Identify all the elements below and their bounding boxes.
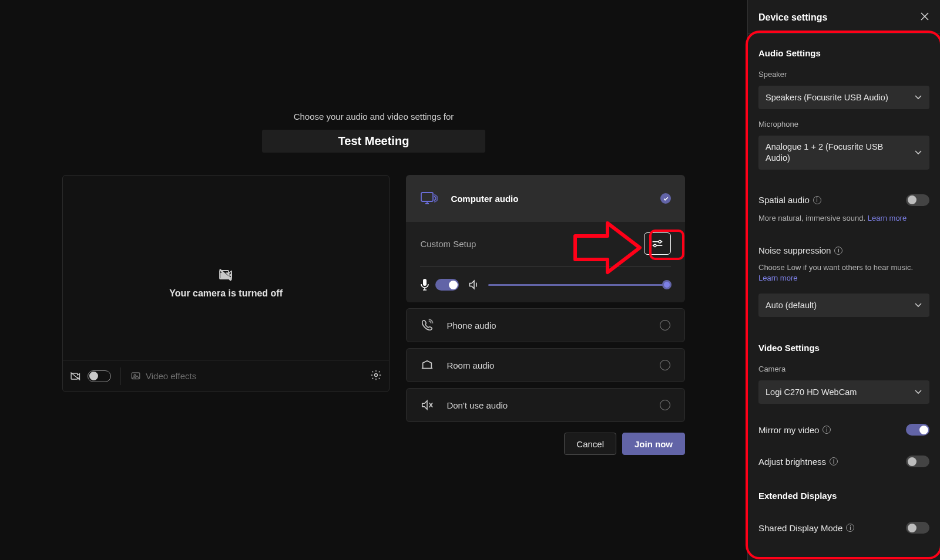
panel-header: Device settings: [748, 0, 940, 34]
learn-more-link[interactable]: Learn more: [758, 274, 797, 282]
meeting-title: Test Meeting: [262, 134, 485, 148]
radio-unselected: [660, 320, 670, 330]
shared-display-label: Shared Display Mode: [758, 523, 842, 533]
computer-audio-option[interactable]: Computer audio: [406, 175, 685, 222]
learn-more-link[interactable]: Learn more: [868, 214, 907, 222]
gear-icon: [370, 369, 382, 381]
svg-rect-3: [421, 193, 433, 201]
noise-suppression-select[interactable]: Auto (default): [758, 294, 929, 317]
dont-use-audio-option[interactable]: Don't use audio: [406, 388, 685, 422]
shared-display-toggle[interactable]: [906, 522, 929, 534]
dont-use-audio-label: Don't use audio: [446, 400, 647, 410]
cancel-label: Cancel: [576, 439, 604, 449]
computer-audio-card: Computer audio Custom Setup: [406, 175, 685, 302]
chevron-down-icon: [914, 302, 922, 308]
device-settings-panel: Device settings Audio Settings Speaker S…: [747, 0, 940, 560]
info-icon[interactable]: i: [830, 457, 838, 465]
camera-preview: Your camera is turned off Video eff: [62, 175, 390, 392]
speaker-icon: [468, 279, 480, 290]
room-icon: [421, 359, 434, 371]
join-label: Join now: [634, 439, 673, 449]
spatial-audio-toggle[interactable]: [906, 194, 929, 206]
custom-setup-block: Custom Setup: [406, 222, 685, 302]
custom-setup-label: Custom Setup: [420, 239, 476, 249]
phone-icon: [421, 319, 434, 332]
open-device-settings-button[interactable]: [644, 232, 671, 255]
radio-unselected: [660, 400, 670, 410]
camera-select[interactable]: Logi C270 HD WebCam: [758, 380, 929, 404]
spatial-audio-label: Spatial audio: [758, 195, 810, 205]
microphone-icon: [420, 279, 429, 291]
panel-title: Device settings: [758, 12, 827, 23]
camera-settings-button[interactable]: [370, 369, 382, 383]
speaker-select[interactable]: Speakers (Focusrite USB Audio): [758, 86, 929, 109]
radio-unselected: [660, 360, 670, 370]
prompt-text: Choose your audio and video settings for: [0, 112, 747, 122]
adjust-brightness-toggle[interactable]: [906, 456, 929, 467]
join-now-button[interactable]: Join now: [622, 433, 685, 455]
camera-toggle[interactable]: [88, 370, 111, 382]
cancel-button[interactable]: Cancel: [564, 433, 616, 455]
pre-join-screen: Choose your audio and video settings for…: [0, 0, 747, 560]
computer-audio-label: Computer audio: [451, 194, 647, 204]
video-settings-heading: Video Settings: [758, 343, 929, 353]
camera-field-label: Camera: [758, 365, 929, 373]
svg-point-4: [659, 241, 661, 243]
spatial-hint: More natural, immersive sound. Learn mor…: [758, 213, 929, 224]
info-icon[interactable]: i: [846, 524, 854, 532]
mic-toggle[interactable]: [435, 279, 459, 291]
svg-point-5: [654, 244, 656, 247]
video-effects-label: Video effects: [146, 371, 196, 381]
noise-value: Auto (default): [766, 301, 817, 310]
chevron-down-icon: [914, 389, 922, 395]
camera-off-message: Your camera is turned off: [169, 288, 283, 299]
mirror-video-toggle[interactable]: [906, 424, 929, 436]
info-icon[interactable]: i: [834, 247, 842, 255]
room-audio-label: Room audio: [446, 360, 647, 370]
chevron-down-icon: [914, 95, 922, 100]
meeting-title-field[interactable]: Test Meeting: [262, 130, 485, 153]
panel-body: Audio Settings Speaker Speakers (Focusri…: [748, 34, 940, 551]
svg-point-1: [134, 375, 136, 376]
close-icon: [920, 12, 929, 21]
microphone-select[interactable]: Analogue 1 + 2 (Focusrite USB Audio): [758, 136, 929, 170]
phone-audio-label: Phone audio: [446, 321, 647, 330]
sliders-icon: [652, 239, 663, 248]
mirror-video-label: Mirror my video: [758, 425, 819, 435]
noise-hint: Choose Low if you want others to hear mu…: [758, 262, 929, 283]
camera-off-icon: [218, 268, 234, 281]
close-panel-button[interactable]: [920, 12, 929, 23]
audio-options-column: Computer audio Custom Setup: [406, 175, 685, 455]
svg-rect-6: [423, 279, 427, 286]
room-audio-option[interactable]: Room audio: [406, 348, 685, 382]
extended-displays-heading: Extended Displays: [758, 491, 929, 501]
desktop-audio-icon: [420, 191, 438, 206]
speaker-field-label: Speaker: [758, 70, 929, 79]
speaker-value: Speakers (Focusrite USB Audio): [766, 93, 888, 102]
speaker-off-icon: [421, 399, 434, 411]
microphone-field-label: Microphone: [758, 120, 929, 129]
audio-settings-heading: Audio Settings: [758, 48, 929, 58]
info-icon[interactable]: i: [813, 196, 821, 204]
camera-value: Logi C270 HD WebCam: [766, 387, 857, 397]
camera-off-small-icon: [70, 372, 82, 381]
info-icon[interactable]: i: [822, 426, 831, 434]
noise-suppression-label: Noise suppression: [758, 245, 831, 255]
phone-audio-option[interactable]: Phone audio: [406, 308, 685, 342]
camera-bottom-bar: Video effects: [63, 360, 389, 392]
slider-thumb[interactable]: [662, 280, 672, 289]
svg-point-2: [375, 374, 378, 377]
video-effects-button[interactable]: Video effects: [130, 371, 196, 382]
microphone-value: Analogue 1 + 2 (Focusrite USB Audio): [766, 141, 908, 164]
backgrounds-icon: [130, 371, 141, 382]
adjust-brightness-label: Adjust brightness: [758, 457, 826, 467]
speaker-volume-slider[interactable]: [488, 284, 671, 286]
selected-check-icon: [660, 193, 671, 204]
chevron-down-icon: [914, 150, 922, 156]
